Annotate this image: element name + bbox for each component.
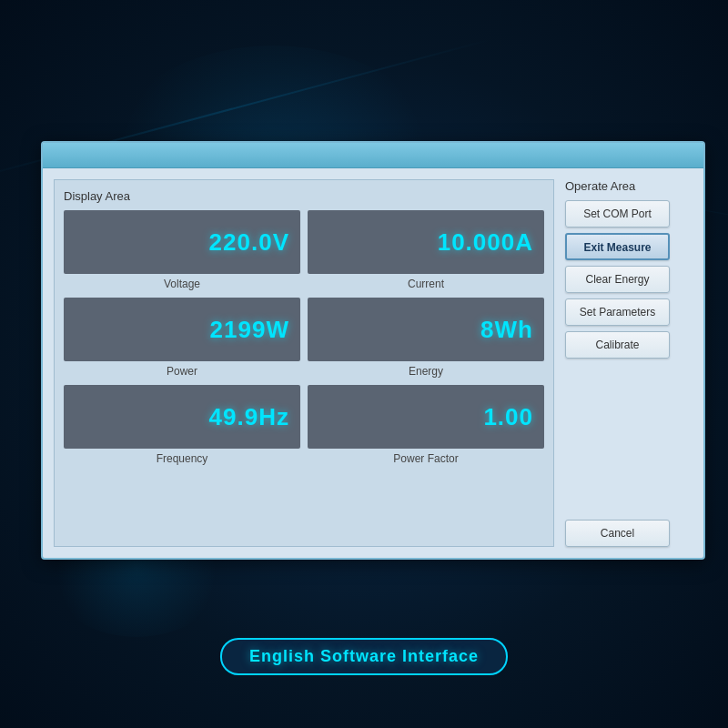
display-area-label: Display Area [64, 189, 544, 203]
set-parameters-button[interactable]: Set Parameters [565, 298, 670, 326]
metric-value-frequency: 49.9Hz [209, 403, 289, 431]
set-com-port-button[interactable]: Set COM Port [565, 200, 670, 228]
main-window: Display Area 220.0V Voltage 10.000A Curr… [41, 141, 705, 560]
cancel-button[interactable]: Cancel [565, 520, 670, 547]
metric-cell-current: 10.000A Current [308, 210, 544, 290]
metric-cell-power: 2199W Power [64, 298, 300, 378]
metric-display-frequency: 49.9Hz [64, 385, 300, 449]
display-area: Display Area 220.0V Voltage 10.000A Curr… [54, 179, 554, 547]
metric-label-current: Current [408, 278, 444, 290]
operate-area-label: Operate Area [565, 179, 693, 193]
calibrate-button[interactable]: Calibrate [565, 331, 670, 359]
metric-cell-voltage: 220.0V Voltage [64, 210, 300, 290]
metric-label-power-factor: Power Factor [393, 452, 458, 465]
metric-value-voltage: 220.0V [209, 228, 289, 257]
metric-label-energy: Energy [409, 365, 443, 378]
metric-display-power: 2199W [64, 298, 300, 361]
metric-value-power-factor: 1.00 [483, 403, 533, 431]
clear-energy-button[interactable]: Clear Energy [565, 266, 670, 293]
metric-display-current: 10.000A [308, 210, 544, 274]
metric-cell-frequency: 49.9Hz Frequency [64, 385, 300, 465]
metric-cell-power-factor: 1.00 Power Factor [308, 385, 544, 465]
metric-value-current: 10.000A [438, 228, 533, 257]
exit-measure-button[interactable]: Exit Measure [565, 233, 670, 260]
metric-label-voltage: Voltage [164, 278, 200, 290]
metrics-grid: 220.0V Voltage 10.000A Current 2199W [64, 210, 544, 465]
footer-label: English Software Interface [220, 638, 508, 675]
metric-cell-energy: 8Wh Energy [308, 298, 544, 378]
metric-value-energy: 8Wh [480, 316, 533, 344]
button-spacer [565, 364, 693, 514]
metric-display-power-factor: 1.00 [308, 385, 544, 449]
metric-label-power: Power [167, 365, 197, 378]
metric-display-energy: 8Wh [308, 298, 544, 361]
operate-area: Operate Area Set COM Port Exit Measure C… [565, 179, 693, 547]
window-body: Display Area 220.0V Voltage 10.000A Curr… [43, 168, 703, 558]
metric-display-voltage: 220.0V [64, 210, 300, 274]
operate-buttons: Set COM Port Exit Measure Clear Energy S… [565, 200, 693, 547]
metric-label-frequency: Frequency [157, 452, 208, 465]
title-bar [43, 143, 703, 168]
metric-value-power: 2199W [210, 316, 289, 344]
